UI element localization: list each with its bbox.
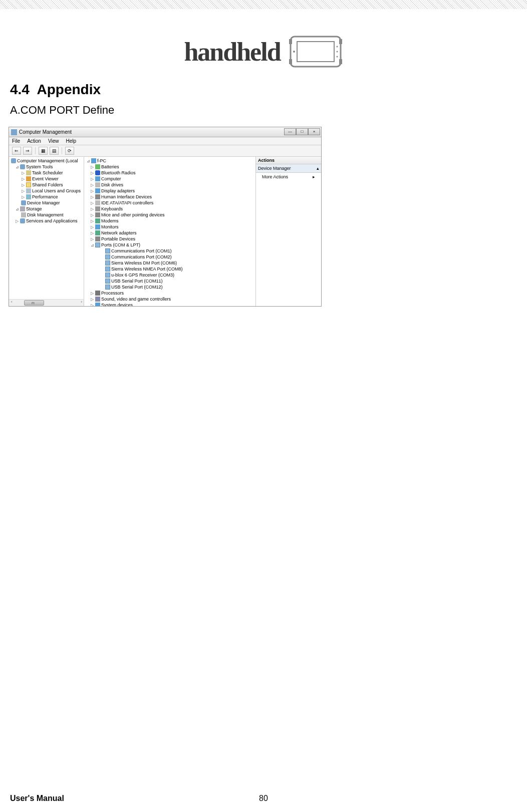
- event-icon: [26, 176, 31, 181]
- storage-icon: [20, 206, 25, 211]
- port-com12[interactable]: USB Serial Port (COM12): [85, 284, 254, 290]
- port-com8[interactable]: Sierra Wireless NMEA Port (COM8): [85, 266, 254, 272]
- maximize-button[interactable]: □: [296, 128, 308, 135]
- ide-icon: [95, 200, 100, 205]
- cat-disk-drives[interactable]: ▷Disk drives: [85, 182, 254, 188]
- device-root[interactable]: ⊿f-PC: [85, 158, 254, 164]
- svg-rect-4: [339, 59, 342, 64]
- device-manager-icon: [21, 200, 26, 205]
- minimize-button[interactable]: —: [284, 128, 296, 135]
- cat-ide[interactable]: ▷IDE ATA/ATAPI controllers: [85, 200, 254, 206]
- logo-area: handheld: [0, 32, 527, 72]
- toolbar: ⇐ ⇒ ▦ ▤ ⟳: [9, 145, 321, 157]
- sound-icon: [95, 297, 100, 302]
- tools-icon: [20, 164, 25, 169]
- cat-hid[interactable]: ▷Human Interface Devices: [85, 194, 254, 200]
- port-icon: [105, 266, 110, 272]
- window-titlebar: Computer Management — □ ×: [9, 127, 321, 137]
- network-icon: [95, 230, 100, 235]
- tree-disk-management[interactable]: Disk Management: [10, 212, 83, 218]
- section-subtitle: A.COM PORT Define: [10, 104, 527, 117]
- modem-icon: [95, 218, 100, 223]
- svg-point-9: [336, 56, 338, 58]
- actions-primary[interactable]: Device Manager ▴: [256, 164, 321, 173]
- cat-monitors[interactable]: ▷Monitors: [85, 224, 254, 230]
- close-button[interactable]: ×: [308, 128, 320, 135]
- svg-rect-2: [289, 59, 292, 64]
- cat-mice[interactable]: ▷Mice and other pointing devices: [85, 212, 254, 218]
- users-icon: [26, 188, 31, 193]
- computer-management-icon: [11, 158, 16, 163]
- cat-bluetooth[interactable]: ▷Bluetooth Radios: [85, 170, 254, 176]
- computer-management-screenshot: Computer Management — □ × File Action Vi…: [9, 127, 322, 307]
- cat-network[interactable]: ▷Network adapters: [85, 230, 254, 236]
- tree-storage[interactable]: ⊿Storage: [10, 206, 83, 212]
- port-com2[interactable]: Communications Port (COM2): [85, 254, 254, 260]
- cat-keyboards[interactable]: ▷Keyboards: [85, 206, 254, 212]
- tree-root[interactable]: Computer Management (Local: [10, 158, 83, 164]
- port-com6[interactable]: Sierra Wireless DM Port (COM6): [85, 260, 254, 266]
- folder-icon: [26, 182, 31, 187]
- menu-view[interactable]: View: [48, 138, 59, 144]
- cat-system[interactable]: ▷System devices: [85, 302, 254, 306]
- svg-point-7: [336, 46, 338, 48]
- cat-modems[interactable]: ▷Modems: [85, 218, 254, 224]
- back-button[interactable]: ⇐: [12, 147, 21, 155]
- menu-file[interactable]: File: [12, 138, 20, 144]
- section-heading: 4.4 Appendix: [10, 82, 527, 98]
- menu-action[interactable]: Action: [27, 138, 41, 144]
- forward-button[interactable]: ⇒: [23, 147, 32, 155]
- tree-local-users[interactable]: ▷Local Users and Groups: [10, 188, 83, 194]
- cat-display[interactable]: ▷Display adapters: [85, 188, 254, 194]
- footer-title: User's Manual: [10, 794, 64, 803]
- hid-icon: [95, 194, 100, 199]
- cat-portable[interactable]: ▷Portable Devices: [85, 236, 254, 242]
- cat-ports[interactable]: ⊿Ports (COM & LPT): [85, 242, 254, 248]
- tree-shared-folders[interactable]: ▷Shared Folders: [10, 182, 83, 188]
- port-com11[interactable]: USB Serial Port (COM11): [85, 278, 254, 284]
- toolbar-btn-3[interactable]: ⟳: [65, 147, 74, 155]
- svg-point-8: [336, 51, 338, 53]
- disk-icon: [95, 182, 100, 187]
- display-icon: [95, 188, 100, 193]
- handheld-device-icon: [288, 32, 343, 72]
- tree-performance[interactable]: ▷Performance: [10, 194, 83, 200]
- bluetooth-icon: [95, 170, 100, 175]
- port-com3[interactable]: u-blox 6 GPS Receiver (COM3): [85, 272, 254, 278]
- scrollbar-thumb[interactable]: m: [24, 300, 44, 306]
- port-icon: [105, 285, 110, 290]
- horizontal-scrollbar[interactable]: ‹ m ›: [9, 299, 84, 306]
- cat-sound[interactable]: ▷Sound, video and game controllers: [85, 296, 254, 302]
- tree-device-manager[interactable]: Device Manager: [10, 200, 83, 206]
- tree-task-scheduler[interactable]: ▷Task Scheduler: [10, 170, 83, 176]
- computer-icon: [91, 158, 96, 163]
- performance-icon: [26, 194, 31, 199]
- port-icon: [105, 254, 110, 259]
- battery-icon: [95, 164, 100, 169]
- cat-batteries[interactable]: ▷Batteries: [85, 164, 254, 170]
- actions-more[interactable]: More Actions ▸: [256, 173, 321, 181]
- services-icon: [20, 218, 25, 223]
- port-icon: [105, 279, 110, 284]
- window-title: Computer Management: [19, 129, 72, 135]
- collapse-icon: ▴: [317, 166, 319, 171]
- computer-management-icon: [11, 129, 17, 135]
- tree-system-tools[interactable]: ⊿System Tools: [10, 164, 83, 170]
- menu-help[interactable]: Help: [66, 138, 76, 144]
- svg-rect-3: [339, 39, 342, 44]
- port-com1[interactable]: Communications Port (COM1): [85, 248, 254, 254]
- portable-icon: [95, 236, 100, 241]
- tree-event-viewer[interactable]: ▷Event Viewer: [10, 176, 83, 182]
- svg-point-6: [293, 51, 295, 53]
- keyboard-icon: [95, 206, 100, 211]
- cpu-icon: [95, 291, 100, 296]
- toolbar-btn-1[interactable]: ▦: [39, 147, 48, 155]
- cat-processors[interactable]: ▷Processors: [85, 290, 254, 296]
- monitor-icon: [95, 224, 100, 229]
- toolbar-btn-2[interactable]: ▤: [50, 147, 59, 155]
- scheduler-icon: [26, 170, 31, 175]
- cat-computer[interactable]: ▷Computer: [85, 176, 254, 182]
- page-footer: User's Manual 80: [10, 794, 517, 803]
- chevron-right-icon: ▸: [313, 174, 315, 179]
- tree-services[interactable]: ▷Services and Applications: [10, 218, 83, 224]
